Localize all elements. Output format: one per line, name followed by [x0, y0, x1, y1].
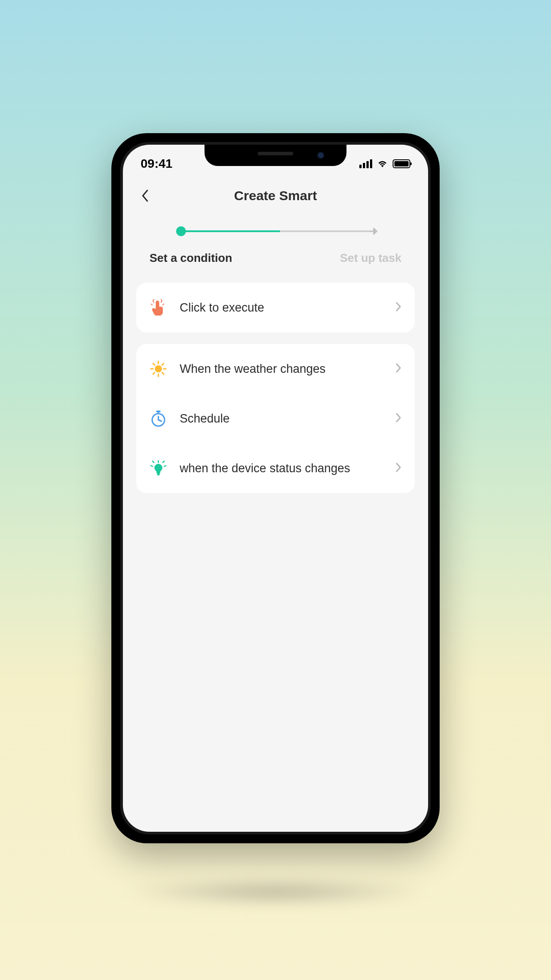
- option-schedule[interactable]: Schedule: [136, 394, 415, 443]
- chevron-right-icon: [395, 462, 401, 474]
- progress-arrow-icon: [370, 227, 378, 237]
- notch: [205, 145, 346, 166]
- clock-icon: [150, 410, 167, 427]
- option-label: Click to execute: [180, 301, 383, 315]
- chevron-left-icon: [141, 189, 149, 202]
- svg-line-13: [158, 420, 161, 421]
- progress-step-active-dot: [176, 226, 186, 236]
- option-click-execute[interactable]: Click to execute: [136, 283, 415, 332]
- svg-line-17: [153, 461, 154, 462]
- option-label: Schedule: [180, 412, 383, 426]
- wifi-icon: [377, 159, 388, 168]
- svg-rect-20: [157, 474, 160, 475]
- svg-point-0: [155, 365, 162, 372]
- content: Click to execute: [123, 283, 428, 493]
- page-title: Create Smart: [234, 188, 317, 203]
- option-label: When the weather changes: [180, 362, 383, 376]
- svg-point-19: [154, 464, 162, 472]
- svg-line-15: [151, 466, 153, 466]
- phone-frame: 09:41: [111, 133, 440, 843]
- tap-icon: [150, 299, 167, 316]
- option-device-status[interactable]: when the device status changes: [136, 443, 415, 493]
- chevron-right-icon: [395, 301, 401, 314]
- nav-header: Create Smart: [123, 176, 428, 216]
- svg-line-18: [163, 461, 164, 462]
- card-execute: Click to execute: [136, 283, 415, 332]
- cellular-signal-icon: [359, 159, 372, 168]
- card-conditions: When the weather changes: [136, 344, 415, 493]
- screen: 09:41: [123, 145, 428, 832]
- svg-line-6: [162, 373, 164, 375]
- svg-line-8: [162, 364, 164, 365]
- sun-icon: [150, 360, 167, 378]
- step-label-condition: Set a condition: [150, 251, 232, 265]
- chevron-right-icon: [395, 363, 401, 375]
- chevron-right-icon: [395, 412, 401, 425]
- progress-stepper: Set a condition Set up task: [123, 216, 428, 283]
- option-label: when the device status changes: [180, 462, 383, 475]
- svg-line-16: [164, 466, 166, 466]
- option-weather-changes[interactable]: When the weather changes: [136, 344, 415, 394]
- status-time: 09:41: [141, 157, 173, 171]
- svg-line-7: [153, 373, 155, 375]
- battery-icon: [393, 159, 410, 168]
- bulb-icon: [150, 459, 167, 477]
- svg-line-5: [153, 364, 155, 365]
- step-label-task: Set up task: [340, 251, 401, 265]
- back-button[interactable]: [136, 187, 154, 205]
- status-indicators: [359, 159, 410, 168]
